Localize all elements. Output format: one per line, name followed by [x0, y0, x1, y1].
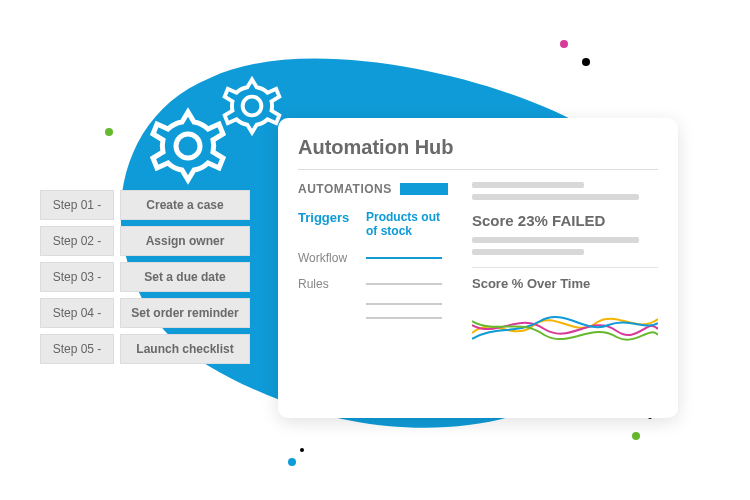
step-action: Launch checklist — [120, 334, 250, 364]
nav-triggers[interactable]: Triggers — [298, 210, 356, 239]
step-row: Step 02 - Assign owner — [40, 226, 250, 256]
skeleton-line — [472, 194, 639, 200]
nav-workflow[interactable]: Workflow — [298, 251, 356, 265]
sparkline-chart — [472, 295, 658, 355]
placeholder-line — [366, 283, 442, 285]
svg-point-0 — [176, 134, 200, 158]
dot-decor — [300, 448, 304, 452]
placeholder-line — [366, 317, 442, 319]
step-number: Step 03 - — [40, 262, 114, 292]
step-action: Set a due date — [120, 262, 250, 292]
step-number: Step 04 - — [40, 298, 114, 328]
step-number: Step 02 - — [40, 226, 114, 256]
active-underline — [366, 257, 442, 259]
step-row: Step 03 - Set a due date — [40, 262, 250, 292]
chart-title: Score % Over Time — [472, 276, 658, 291]
step-action: Set order reminder — [120, 298, 250, 328]
dot-decor — [632, 432, 640, 440]
nav-products-out-of-stock[interactable]: Products out of stock — [366, 210, 442, 239]
automation-hub-card: Automation Hub AUTOMATIONS Triggers Prod… — [278, 118, 678, 418]
card-left-col: AUTOMATIONS Triggers Products out of sto… — [298, 182, 458, 404]
step-row: Step 04 - Set order reminder — [40, 298, 250, 328]
heading-accent-bar — [400, 183, 448, 195]
dot-decor — [105, 128, 113, 136]
section-heading: AUTOMATIONS — [298, 182, 392, 196]
score-status: Score 23% FAILED — [472, 212, 658, 229]
card-right-col: Score 23% FAILED Score % Over Time — [472, 182, 658, 404]
step-row: Step 05 - Launch checklist — [40, 334, 250, 364]
workflow-steps: Step 01 - Create a case Step 02 - Assign… — [40, 190, 250, 364]
step-number: Step 01 - — [40, 190, 114, 220]
skeleton-line — [472, 249, 584, 255]
step-action: Assign owner — [120, 226, 250, 256]
dot-decor — [582, 58, 590, 66]
nav-rules[interactable]: Rules — [298, 277, 356, 291]
step-row: Step 01 - Create a case — [40, 190, 250, 220]
skeleton-line — [472, 237, 639, 243]
step-action: Create a case — [120, 190, 250, 220]
step-number: Step 05 - — [40, 334, 114, 364]
placeholder-line — [366, 303, 442, 305]
divider — [472, 267, 658, 268]
card-title: Automation Hub — [298, 136, 658, 170]
dot-decor — [560, 40, 568, 48]
skeleton-line — [472, 182, 584, 188]
dot-decor — [288, 458, 296, 466]
svg-point-1 — [243, 97, 262, 116]
